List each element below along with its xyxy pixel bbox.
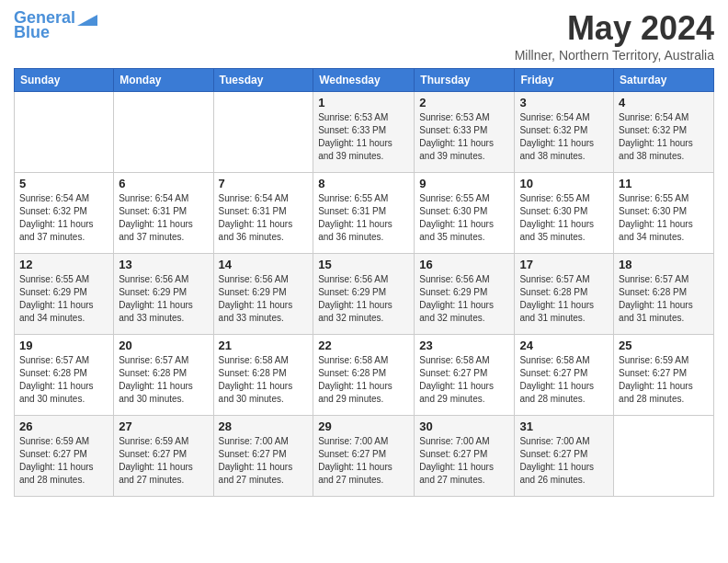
day-info: Sunrise: 6:56 AM Sunset: 6:29 PM Dayligh… <box>419 273 509 325</box>
col-saturday: Saturday <box>614 69 714 92</box>
table-row: 18Sunrise: 6:57 AM Sunset: 6:28 PM Dayli… <box>614 254 714 335</box>
table-row: 10Sunrise: 6:55 AM Sunset: 6:30 PM Dayli… <box>515 173 614 254</box>
table-row: 16Sunrise: 6:56 AM Sunset: 6:29 PM Dayli… <box>415 254 515 335</box>
day-info: Sunrise: 6:56 AM Sunset: 6:29 PM Dayligh… <box>219 273 309 325</box>
table-row: 9Sunrise: 6:55 AM Sunset: 6:30 PM Daylig… <box>415 173 515 254</box>
day-info: Sunrise: 7:00 AM Sunset: 6:27 PM Dayligh… <box>519 435 609 487</box>
table-row: 22Sunrise: 6:58 AM Sunset: 6:28 PM Dayli… <box>313 335 415 416</box>
table-row: 21Sunrise: 6:58 AM Sunset: 6:28 PM Dayli… <box>213 335 313 416</box>
calendar-header-row: Sunday Monday Tuesday Wednesday Thursday… <box>15 69 714 92</box>
calendar-week-row: 19Sunrise: 6:57 AM Sunset: 6:28 PM Dayli… <box>15 335 714 416</box>
day-number: 24 <box>519 339 609 352</box>
day-info: Sunrise: 6:57 AM Sunset: 6:28 PM Dayligh… <box>19 354 108 406</box>
day-info: Sunrise: 6:55 AM Sunset: 6:31 PM Dayligh… <box>318 192 409 244</box>
day-number: 13 <box>119 258 208 271</box>
day-number: 22 <box>318 339 409 352</box>
day-number: 11 <box>619 177 709 190</box>
month-title: May 2024 <box>515 9 714 48</box>
table-row: 12Sunrise: 6:55 AM Sunset: 6:29 PM Dayli… <box>15 254 114 335</box>
day-info: Sunrise: 6:54 AM Sunset: 6:32 PM Dayligh… <box>619 111 709 163</box>
col-friday: Friday <box>515 69 614 92</box>
table-row: 20Sunrise: 6:57 AM Sunset: 6:28 PM Dayli… <box>114 335 213 416</box>
table-row: 2Sunrise: 6:53 AM Sunset: 6:33 PM Daylig… <box>415 92 515 173</box>
day-number: 7 <box>219 177 309 190</box>
day-number: 8 <box>318 177 409 190</box>
table-row: 1Sunrise: 6:53 AM Sunset: 6:33 PM Daylig… <box>313 92 415 173</box>
table-row: 26Sunrise: 6:59 AM Sunset: 6:27 PM Dayli… <box>15 416 114 497</box>
table-row: 31Sunrise: 7:00 AM Sunset: 6:27 PM Dayli… <box>515 416 614 497</box>
col-wednesday: Wednesday <box>313 69 415 92</box>
table-row: 23Sunrise: 6:58 AM Sunset: 6:27 PM Dayli… <box>415 335 515 416</box>
table-row: 3Sunrise: 6:54 AM Sunset: 6:32 PM Daylig… <box>515 92 614 173</box>
day-number: 18 <box>619 258 709 271</box>
table-row: 7Sunrise: 6:54 AM Sunset: 6:31 PM Daylig… <box>213 173 313 254</box>
logo: General Blue <box>14 9 97 42</box>
day-info: Sunrise: 6:58 AM Sunset: 6:28 PM Dayligh… <box>318 354 409 406</box>
day-number: 21 <box>219 339 309 352</box>
day-number: 1 <box>318 96 409 109</box>
day-number: 12 <box>19 258 108 271</box>
day-info: Sunrise: 6:57 AM Sunset: 6:28 PM Dayligh… <box>119 354 208 406</box>
day-info: Sunrise: 6:55 AM Sunset: 6:30 PM Dayligh… <box>419 192 509 244</box>
day-number: 20 <box>119 339 208 352</box>
day-info: Sunrise: 6:57 AM Sunset: 6:28 PM Dayligh… <box>519 273 609 325</box>
svg-marker-0 <box>77 15 97 26</box>
day-info: Sunrise: 6:57 AM Sunset: 6:28 PM Dayligh… <box>619 273 709 325</box>
logo-arrow-icon <box>77 7 97 26</box>
day-number: 31 <box>519 419 609 433</box>
day-info: Sunrise: 6:54 AM Sunset: 6:31 PM Dayligh… <box>219 192 309 244</box>
col-sunday: Sunday <box>15 69 114 92</box>
calendar-table: Sunday Monday Tuesday Wednesday Thursday… <box>14 68 714 497</box>
day-number: 29 <box>318 419 409 433</box>
table-row <box>213 92 313 173</box>
header: General Blue May 2024 Millner, Northern … <box>14 9 714 63</box>
table-row: 29Sunrise: 7:00 AM Sunset: 6:27 PM Dayli… <box>313 416 415 497</box>
calendar-week-row: 26Sunrise: 6:59 AM Sunset: 6:27 PM Dayli… <box>15 416 714 497</box>
col-tuesday: Tuesday <box>213 69 313 92</box>
day-number: 4 <box>619 96 709 109</box>
table-row <box>614 416 714 497</box>
day-info: Sunrise: 6:59 AM Sunset: 6:27 PM Dayligh… <box>19 435 108 487</box>
day-number: 16 <box>419 258 509 271</box>
day-number: 26 <box>19 419 108 433</box>
table-row: 11Sunrise: 6:55 AM Sunset: 6:30 PM Dayli… <box>614 173 714 254</box>
day-info: Sunrise: 6:58 AM Sunset: 6:27 PM Dayligh… <box>419 354 509 406</box>
day-number: 5 <box>19 177 108 190</box>
calendar-week-row: 5Sunrise: 6:54 AM Sunset: 6:32 PM Daylig… <box>15 173 714 254</box>
day-info: Sunrise: 6:58 AM Sunset: 6:28 PM Dayligh… <box>219 354 309 406</box>
table-row: 19Sunrise: 6:57 AM Sunset: 6:28 PM Dayli… <box>15 335 114 416</box>
table-row: 28Sunrise: 7:00 AM Sunset: 6:27 PM Dayli… <box>213 416 313 497</box>
day-info: Sunrise: 7:00 AM Sunset: 6:27 PM Dayligh… <box>318 435 409 487</box>
table-row: 13Sunrise: 6:56 AM Sunset: 6:29 PM Dayli… <box>114 254 213 335</box>
page: General Blue May 2024 Millner, Northern … <box>0 0 728 506</box>
table-row: 30Sunrise: 7:00 AM Sunset: 6:27 PM Dayli… <box>415 416 515 497</box>
table-row: 5Sunrise: 6:54 AM Sunset: 6:32 PM Daylig… <box>15 173 114 254</box>
day-number: 2 <box>419 96 509 109</box>
calendar-week-row: 1Sunrise: 6:53 AM Sunset: 6:33 PM Daylig… <box>15 92 714 173</box>
day-info: Sunrise: 6:58 AM Sunset: 6:27 PM Dayligh… <box>519 354 609 406</box>
day-info: Sunrise: 6:59 AM Sunset: 6:27 PM Dayligh… <box>119 435 208 487</box>
day-number: 15 <box>318 258 409 271</box>
day-number: 14 <box>219 258 309 271</box>
day-info: Sunrise: 7:00 AM Sunset: 6:27 PM Dayligh… <box>219 435 309 487</box>
table-row: 14Sunrise: 6:56 AM Sunset: 6:29 PM Dayli… <box>213 254 313 335</box>
table-row: 24Sunrise: 6:58 AM Sunset: 6:27 PM Dayli… <box>515 335 614 416</box>
day-info: Sunrise: 6:54 AM Sunset: 6:32 PM Dayligh… <box>19 192 108 244</box>
day-info: Sunrise: 6:53 AM Sunset: 6:33 PM Dayligh… <box>419 111 509 163</box>
day-number: 17 <box>519 258 609 271</box>
col-monday: Monday <box>114 69 213 92</box>
table-row: 6Sunrise: 6:54 AM Sunset: 6:31 PM Daylig… <box>114 173 213 254</box>
day-number: 19 <box>19 339 108 352</box>
day-info: Sunrise: 6:55 AM Sunset: 6:30 PM Dayligh… <box>619 192 709 244</box>
table-row: 27Sunrise: 6:59 AM Sunset: 6:27 PM Dayli… <box>114 416 213 497</box>
day-info: Sunrise: 6:56 AM Sunset: 6:29 PM Dayligh… <box>318 273 409 325</box>
day-info: Sunrise: 7:00 AM Sunset: 6:27 PM Dayligh… <box>419 435 509 487</box>
table-row: 8Sunrise: 6:55 AM Sunset: 6:31 PM Daylig… <box>313 173 415 254</box>
day-number: 3 <box>519 96 609 109</box>
day-info: Sunrise: 6:55 AM Sunset: 6:30 PM Dayligh… <box>519 192 609 244</box>
day-number: 30 <box>419 419 509 433</box>
location-subtitle: Millner, Northern Territory, Australia <box>515 48 714 63</box>
table-row: 4Sunrise: 6:54 AM Sunset: 6:32 PM Daylig… <box>614 92 714 173</box>
day-info: Sunrise: 6:59 AM Sunset: 6:27 PM Dayligh… <box>619 354 709 406</box>
day-number: 6 <box>119 177 208 190</box>
